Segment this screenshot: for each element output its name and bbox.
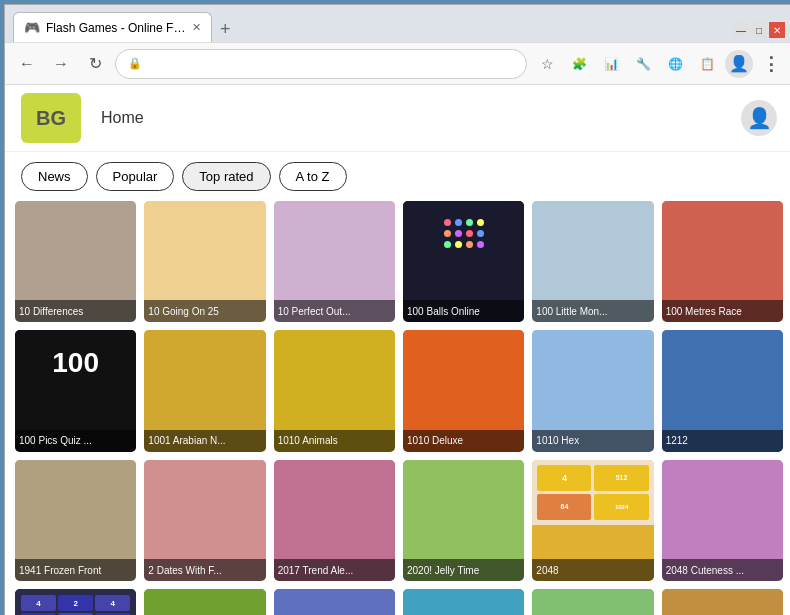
tab-favicon: 🎮 [24, 20, 40, 35]
game-card[interactable]: 2 Dates With F... [144, 460, 265, 581]
game-label: 1212 [662, 430, 783, 452]
game-card[interactable]: 100 Little Mon... [532, 201, 653, 322]
game-label: 2048 [532, 559, 653, 581]
game-card[interactable]: 10 Differences [15, 201, 136, 322]
game-label: 100 Little Mon... [532, 300, 653, 322]
ext4-button[interactable]: 🌐 [661, 50, 689, 78]
game-label: 2020! Jelly Time [403, 559, 524, 581]
game-thumbnail [144, 330, 265, 395]
game-thumbnail [144, 589, 265, 615]
game-card[interactable]: 4 512 64 1024 2048 [532, 460, 653, 581]
maximize-button[interactable]: □ [751, 22, 767, 38]
game-thumbnail [403, 201, 524, 266]
game-thumbnail [662, 201, 783, 266]
game-card[interactable]: 100 Balls Online [403, 201, 524, 322]
game-card[interactable]: 1212 [662, 330, 783, 451]
filter-top-rated[interactable]: Top rated [182, 162, 270, 191]
game-label: 2017 Trend Ale... [274, 559, 395, 581]
game-thumbnail: 100 [15, 330, 136, 395]
game-card[interactable]: 360 Degree [662, 589, 783, 615]
game-label: 1010 Animals [274, 430, 395, 452]
tab-title: Flash Games - Online Flash Gam... [46, 21, 186, 35]
game-card[interactable]: 22 Seconds Online [274, 589, 395, 615]
page-content: BG Home 👤 News Popular Top rated A to Z … [5, 85, 790, 615]
browser-frame: 🎮 Flash Games - Online Flash Gam... ✕ + … [0, 0, 790, 615]
nav-icons: ☆ 🧩 📊 🔧 🌐 📋 👤 ⋮ [533, 50, 785, 78]
forward-button[interactable]: → [47, 50, 75, 78]
game-card[interactable]: 1010 Deluxe [403, 330, 524, 451]
game-thumbnail [403, 460, 524, 525]
game-card[interactable]: 2020! Jelly Time [403, 460, 524, 581]
game-label: 10 Differences [15, 300, 136, 322]
game-card[interactable]: 1010 Animals [274, 330, 395, 451]
game-thumbnail [403, 330, 524, 395]
game-label: 2 Dates With F... [144, 559, 265, 581]
filter-bar: News Popular Top rated A to Z [5, 152, 790, 201]
tab-close-icon[interactable]: ✕ [192, 21, 201, 34]
game-card[interactable]: 1010 Hex [532, 330, 653, 451]
game-label: 1941 Frozen Front [15, 559, 136, 581]
home-link[interactable]: Home [101, 109, 144, 127]
games-grid: 10 Differences10 Going On 2510 Perfect O… [15, 201, 783, 615]
games-section: 10 Differences10 Going On 2510 Perfect O… [5, 201, 790, 615]
bookmark-button[interactable]: ☆ [533, 50, 561, 78]
game-label: 100 Pics Quiz ... [15, 430, 136, 452]
game-card[interactable]: 100100 Pics Quiz ... [15, 330, 136, 451]
game-card[interactable]: 2048 Grow Up [144, 589, 265, 615]
menu-button[interactable]: ⋮ [757, 50, 785, 78]
game-card[interactable]: 3 Pyramid Trip... [532, 589, 653, 615]
game-card[interactable]: 1001 Arabian N... [144, 330, 265, 451]
game-thumbnail [662, 330, 783, 395]
game-thumbnail [403, 589, 524, 615]
game-thumbnail: 4 512 64 1024 [532, 460, 653, 525]
site-header: BG Home 👤 [5, 85, 790, 152]
ext3-button[interactable]: 🔧 [629, 50, 657, 78]
game-card[interactable]: 1941 Frozen Front [15, 460, 136, 581]
game-thumbnail [662, 589, 783, 615]
game-label: 1010 Deluxe [403, 430, 524, 452]
active-tab[interactable]: 🎮 Flash Games - Online Flash Gam... ✕ [13, 12, 212, 42]
ext2-button[interactable]: 📊 [597, 50, 625, 78]
filter-a-to-z[interactable]: A to Z [279, 162, 347, 191]
game-thumbnail [274, 589, 395, 615]
game-thumbnail [274, 460, 395, 525]
lock-icon: 🔒 [128, 57, 142, 70]
game-label: 2048 Cuteness ... [662, 559, 783, 581]
game-label: 100 Metres Race [662, 300, 783, 322]
filter-popular[interactable]: Popular [96, 162, 175, 191]
new-tab-button[interactable]: + [212, 19, 239, 40]
address-bar[interactable]: 🔒 [115, 49, 527, 79]
game-label: 10 Going On 25 [144, 300, 265, 322]
game-thumbnail [15, 460, 136, 525]
game-thumbnail [15, 201, 136, 266]
game-thumbnail [144, 460, 265, 525]
game-thumbnail [662, 460, 783, 525]
game-card[interactable]: 4 2 4 8 2 16 2048 G8 [15, 589, 136, 615]
user-avatar[interactable]: 👤 [741, 100, 777, 136]
game-label: 1001 Arabian N... [144, 430, 265, 452]
game-card[interactable]: 10 Perfect Out... [274, 201, 395, 322]
filter-news[interactable]: News [21, 162, 88, 191]
site-logo: BG [21, 93, 81, 143]
game-label: 100 Balls Online [403, 300, 524, 322]
navigation-bar: ← → ↻ 🔒 ☆ 🧩 📊 🔧 🌐 📋 👤 ⋮ [5, 43, 790, 85]
game-card[interactable]: 10 Going On 25 [144, 201, 265, 322]
game-card[interactable]: 2017 Trend Ale... [274, 460, 395, 581]
game-card[interactable]: 100 Metres Race [662, 201, 783, 322]
game-card[interactable]: 3 Pandas [403, 589, 524, 615]
back-button[interactable]: ← [13, 50, 41, 78]
game-label: 10 Perfect Out... [274, 300, 395, 322]
refresh-button[interactable]: ↻ [81, 50, 109, 78]
tab-bar: 🎮 Flash Games - Online Flash Gam... ✕ + … [5, 5, 790, 43]
ext1-button[interactable]: 🧩 [565, 50, 593, 78]
minimize-button[interactable]: — [733, 22, 749, 38]
game-thumbnail [532, 201, 653, 266]
game-thumbnail [274, 330, 395, 395]
close-button[interactable]: ✕ [769, 22, 785, 38]
profile-button[interactable]: 👤 [725, 50, 753, 78]
ext5-button[interactable]: 📋 [693, 50, 721, 78]
game-thumbnail [532, 589, 653, 615]
game-thumbnail [532, 330, 653, 395]
game-thumbnail: 4 2 4 8 2 16 [15, 589, 136, 615]
game-card[interactable]: 2048 Cuteness ... [662, 460, 783, 581]
